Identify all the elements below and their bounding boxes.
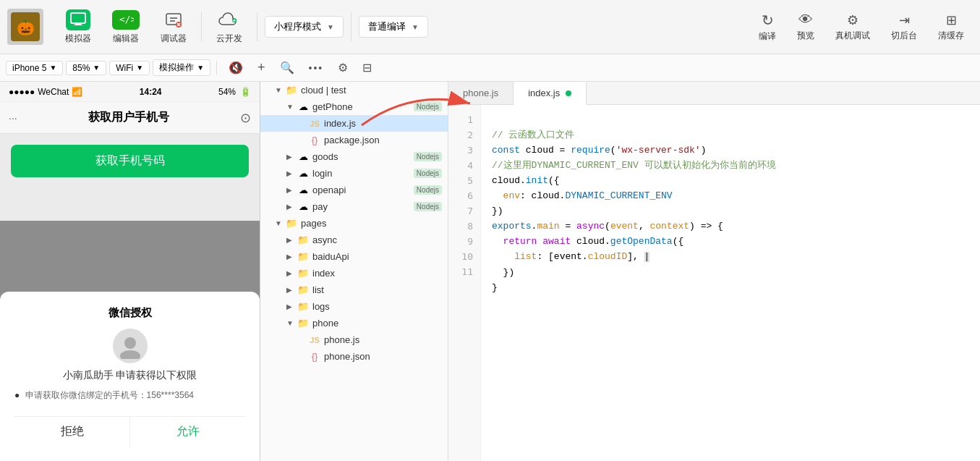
simulator-label: 模拟器 (65, 33, 91, 45)
cloud-folder-icon: ☁ (297, 201, 310, 212)
network-select[interactable]: WiFi ▼ (109, 61, 150, 75)
real-device-button[interactable]: ⚙ 真机调试 (827, 9, 879, 45)
tree-item-baiduapi[interactable]: ▶ 📁 baiduApi (260, 248, 448, 265)
json-file-icon: {} (308, 351, 321, 362)
auth-modal: 微信授权 小南瓜助手 申请获得以下权限 ● 申请获取你微信绑定的手机号：156*… (0, 292, 260, 461)
preview-btn-label: 预览 (797, 30, 814, 42)
tree-item-phonejs[interactable]: JS phone.js (260, 331, 448, 348)
line-num-4: 4 (448, 158, 480, 173)
network-label: WiFi (116, 63, 133, 73)
cut-backend-label: 切后台 (891, 30, 917, 42)
expand-arrow-icon: ▼ (275, 86, 285, 94)
folder-icon: 📁 (285, 85, 298, 96)
tab-phonejs[interactable]: phone.js (448, 82, 514, 104)
tree-item-phonejson[interactable]: {} phone.json (260, 348, 448, 365)
action-select[interactable]: 模拟操作 ▼ (153, 59, 210, 76)
app-logo: 🎃 (7, 9, 43, 45)
editor-tabs: phone.js index.js (448, 82, 980, 105)
mute-icon[interactable]: 🔇 (223, 59, 249, 77)
compile-button[interactable]: ↻ 编译 (750, 9, 785, 46)
mode-select[interactable]: 小程序模式 ▼ (265, 16, 344, 38)
phone-status-left: ●●●●● WeChat 📶 (9, 87, 82, 97)
clear-cache-button[interactable]: ⊞ 清缓存 (929, 9, 973, 45)
svg-text:</>: </> (119, 14, 134, 25)
cut-backend-button[interactable]: ⇥ 切后台 (882, 9, 926, 45)
tree-item-packagejson[interactable]: {} package.json (260, 132, 448, 148)
line-num-3: 3 (448, 143, 480, 158)
clock: 14:24 (140, 87, 162, 97)
editor-icon: </> (113, 9, 139, 31)
modal-avatar (113, 329, 148, 363)
add-icon[interactable]: + (252, 58, 271, 77)
clear-cache-label: 清缓存 (938, 30, 964, 42)
separator-1 (201, 12, 202, 41)
phone-status-bar: ●●●●● WeChat 📶 14:24 54% 🔋 (0, 82, 260, 102)
search-icon[interactable]: 🔍 (274, 59, 300, 77)
tree-item-list[interactable]: ▶ 📁 list (260, 282, 448, 298)
svg-rect-2 (71, 13, 85, 23)
tree-item-login[interactable]: ▶ ☁ login Nodejs (260, 165, 448, 182)
tree-item-cloud[interactable]: ▼ 📁 cloud | test (260, 82, 448, 98)
tree-item-pages[interactable]: ▼ 📁 pages (260, 215, 448, 232)
folder-icon: 📁 (297, 284, 310, 295)
mode-label: 小程序模式 (274, 20, 321, 33)
compile-label: 普通编译 (368, 20, 406, 33)
tab-phonejs-label: phone.js (463, 88, 498, 98)
tree-item-index[interactable]: ▶ 📁 index (260, 265, 448, 282)
tree-item-phone[interactable]: ▼ 📁 phone (260, 315, 448, 331)
tab-indexjs-label: index.js (528, 88, 560, 98)
tree-item-logs[interactable]: ▶ 📁 logs (260, 298, 448, 315)
js-file-icon: JS (308, 119, 321, 128)
tab-indexjs[interactable]: index.js (514, 82, 587, 105)
preview-button[interactable]: 👁 预览 (788, 9, 823, 45)
more-icon[interactable]: ••• (303, 60, 330, 76)
folder-icon: 📁 (297, 251, 310, 262)
split-icon[interactable]: ⊟ (357, 59, 378, 77)
tree-item-pay[interactable]: ▶ ☁ pay Nodejs (260, 198, 448, 215)
phone-simulator: ●●●●● WeChat 📶 14:24 54% 🔋 ··· 获取用户手机号 ⊙… (0, 82, 260, 461)
device-arrow-icon: ▼ (49, 64, 56, 72)
device-select[interactable]: iPhone 5 ▼ (6, 61, 63, 75)
tree-item-async[interactable]: ▶ 📁 async (260, 232, 448, 248)
separator-2 (257, 12, 257, 41)
settings-icon[interactable]: ⚙ (332, 59, 354, 77)
editor-button[interactable]: </> 编辑器 (102, 5, 150, 49)
allow-button[interactable]: 允许 (129, 416, 245, 447)
compile-select[interactable]: 普通编译 ▼ (359, 16, 428, 38)
compile-btn-label: 编译 (759, 30, 776, 43)
line-num-8: 8 (448, 219, 480, 234)
permission-text: 申请获取你微信绑定的手机号：156****3564 (25, 390, 194, 400)
cloud-folder-icon: ☁ (297, 168, 310, 179)
simulator-button[interactable]: 模拟器 (54, 5, 102, 49)
code-area: 1 2 3 4 5 6 7 8 9 10 11 // 云函数入口文件 const… (448, 105, 980, 461)
get-phone-btn[interactable]: 获取手机号码 (11, 145, 249, 177)
folder-icon: 📁 (297, 234, 310, 245)
code-content[interactable]: // 云函数入口文件 const cloud = require('wx-ser… (481, 105, 980, 461)
collapsed-arrow-icon: ▶ (286, 269, 297, 277)
battery-pct: 54% (218, 87, 236, 97)
tree-item-openapi[interactable]: ▶ ☁ openapi Nodejs (260, 182, 448, 198)
nodejs-badge: Nodejs (414, 152, 442, 161)
debugger-label: 调试器 (161, 33, 187, 45)
reject-button[interactable]: 拒绝 (14, 416, 129, 447)
svg-rect-4 (74, 25, 82, 25)
nav-more-icon: ⊙ (240, 110, 251, 126)
folder-icon: 📁 (297, 301, 310, 312)
nodejs-badge: Nodejs (414, 202, 442, 211)
tree-item-getphone[interactable]: ▼ ☁ getPhone Nodejs (260, 98, 448, 115)
sub-separator (216, 61, 217, 75)
code-editor: phone.js index.js 1 2 3 4 5 6 7 8 9 10 1… (448, 82, 980, 461)
line-num-7: 7 (448, 203, 480, 219)
network-arrow-icon: ▼ (136, 64, 143, 72)
compile-arrow-icon: ▼ (412, 23, 419, 31)
tree-item-indexjs[interactable]: JS index.js (260, 115, 448, 132)
cloud-folder-icon: ☁ (297, 185, 310, 195)
separator-3 (351, 12, 351, 41)
cloud-button[interactable]: + 云开发 (205, 5, 253, 49)
debugger-button[interactable]: 调试器 (150, 5, 197, 49)
tree-item-goods[interactable]: ▶ ☁ goods Nodejs (260, 148, 448, 165)
toolbar-right: ↻ 编译 👁 预览 ⚙ 真机调试 ⇥ 切后台 ⊞ 清缓存 (750, 9, 973, 46)
scale-select[interactable]: 85% ▼ (66, 61, 106, 75)
cloud-icon: + (216, 9, 242, 31)
svg-text:+: + (233, 17, 237, 24)
